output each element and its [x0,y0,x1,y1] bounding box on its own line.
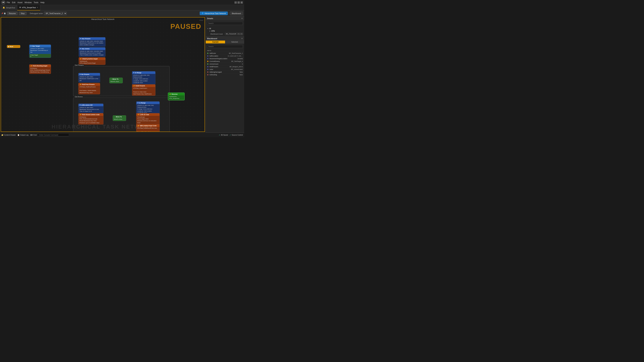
recurse-node[interactable]: ⚡ Recurse SubNetwork: HTN_SimpleTest [168,92,185,100]
htn-group-content: Blackboard Asset BB_CharacterB ✎ ✕ [209,32,243,35]
find-ammo-crate-header: ⚡ Find closest ammo crate [78,113,103,116]
find-shooting-node[interactable]: ⚡ Find shooting target EOSQuery: EOS_Fin… [29,64,51,74]
menu-help[interactable]: Help [40,1,44,4]
bb-key-name: CurrentEnemy [210,60,231,62]
bb-key-name: SelfActor [210,52,229,54]
ai-collapse-icon[interactable]: ▼ [207,28,209,29]
bb-key-name: IsShooting [210,74,240,76]
find-shooting-header: ⚡ Find shooting target [29,64,51,67]
move-to-fa-header: → Move To [110,78,122,80]
has-ammo-node[interactable]: ✦ Has Ammo (checks on: plan enter, execu… [79,47,106,57]
content-drawer-icon: 📁 [1,134,3,136]
menu-file[interactable]: File [7,1,10,4]
details-panel-header: Details ✕ [206,16,244,20]
details-content: ▼ AI ▼ HTN Blackboard Asset BB_Ch [206,26,244,36]
has-target-header: ✦ Has Target [29,45,51,47]
bb-keys-header: KEYS [206,49,244,52]
get-ammo-label: Get Ammo [74,96,83,98]
minimize-button[interactable]: — [234,1,237,4]
bb-key-value: BP_TestTarget_4 [231,60,243,62]
htn-collapse-icon[interactable]: ▼ [209,30,211,32]
source-control-button[interactable]: ✔ Source Control [230,134,243,136]
move-to-ammo-node[interactable]: → Move To MoveTo: Actor [113,115,126,121]
details-search-input[interactable] [207,22,243,25]
bb-key-dot [207,55,208,57]
bb-key-dot [207,63,208,65]
cmd-button[interactable]: ⌨ Cmd [30,134,37,136]
grab-firearm-node[interactable]: ⚡ Grab Firearm HTNTask_GrabFirearm: Fire… [132,84,156,96]
find-free-firearm-node[interactable]: ⚡ Find Free Firearm HTNTask_FindFreeFire… [78,83,100,94]
bb-key-value: BP_Weapon_M4A3 [230,66,243,67]
has-target-node[interactable]: ✦ Has Target (checks on: plan enter) Bla… [29,44,51,58]
bb-key-value: X=-1023.143 Y=-632.473 Z=262.366 [228,55,243,57]
save-icon: ✔ [219,134,220,136]
in-range-ammo-body: (checks on: plan enter, tick) DistanceCh… [136,104,160,114]
content-drawer-button[interactable]: 📁 Content Drawer [1,134,16,136]
grab-firearm-header: ⚡ Grab Firearm [132,84,155,87]
little-ammo-node[interactable]: ✦ Little ammo left (checks on: plan ente… [78,104,104,113]
attack-practice-header: ⚡ Attack practice target [79,57,105,60]
tab-htn-simple-test[interactable]: ⚙ HTN_SimpleTest ✕ [17,5,40,10]
bb-key-dot [207,74,208,75]
htn-tab-button[interactable]: 🔷 Hierarchical Task Network [200,11,228,15]
menu-asset[interactable]: Asset [18,1,22,4]
output-log-button[interactable]: 📋 Output Log [18,134,28,136]
canvas-area[interactable]: PAUSED Hierarchical Task Network [1,17,205,132]
recurse-body: SubNetwork: HTN_SimpleTest [168,95,184,100]
menu-edit[interactable]: Edit [12,1,16,4]
resume-button[interactable]: Resume [7,12,18,15]
bb-asset-control: BB_CharacterB ✎ ✕ [225,33,243,35]
no-firearm-node[interactable]: ✦ No Firearm (checks on: plan enter) Bla… [78,73,100,82]
bb-tab-label: Blackboard [232,12,241,14]
console-input[interactable] [38,134,68,136]
blackboard-tab-button[interactable]: Blackboard [230,11,243,15]
bb-asset-clear-button[interactable]: ✕ [240,33,243,35]
bottom-bar: 📁 Content Drawer 📋 Output Log ⌨ Cmd ✔ Al… [0,133,244,137]
tab-close-button[interactable]: ✕ [37,6,38,8]
window-controls[interactable]: — □ ✕ [234,1,243,4]
find-free-firearm-header: ⚡ Find Free Firearm [78,83,100,86]
stop-button[interactable]: Stop [19,12,26,15]
bb-key-row: AmmoCount 0 [206,63,244,65]
blackboard-close-button[interactable]: ✕ [241,37,243,40]
details-close-button[interactable]: ✕ [241,17,243,19]
attack-practice-node[interactable]: ⚡ Attack practice target SubNetwork: HTN… [79,57,106,65]
grab-firearm-body: HTNTask_GrabFirearm: Firearm to Grab: Ac… [132,87,155,95]
menu-window[interactable]: Window [24,1,32,4]
main-area: PAUSED Hierarchical Task Network [0,16,244,133]
has-firearm-node[interactable]: ✦ Has Firearm (checks on: plan enter, ex… [79,37,106,47]
blackboard-panel: Blackboard ✕ Current Selected KEYS SelfA… [206,36,244,133]
bb-asset-label: Blackboard Asset [210,33,223,35]
bb-selected-tab[interactable]: Selected [225,40,244,43]
bb-key-dot [207,69,208,70]
bb-key-name: IsBeingDamaged [210,71,240,73]
title-bar: UE File Edit Asset Window Tools Help — □… [0,0,244,5]
bb-key-row: IsShooting false [206,73,244,76]
in-range-firearm-node[interactable]: ✦ In Range (checks on: plan enter, tick)… [132,71,156,84]
has-ammo-body: (checks on: plan enter, execution start)… [79,50,105,57]
zoom-label: Zoom [200,19,203,21]
menu-bar[interactable]: File Edit Asset Window Tools Help [7,1,44,4]
debug-actor-select[interactable]: BP_TestCharacter_2 [44,12,67,15]
in-range-fa-body: (checks on: plan enter, tick) DistanceCh… [132,74,155,84]
tab-simple-test[interactable]: 🔔 SimpleTest [1,5,17,10]
bb-key-value: 0 [242,63,243,65]
bb-key-row: IsBeingDamaged false [206,71,244,73]
bb-current-tab[interactable]: Current [206,40,225,43]
menu-tools[interactable]: Tools [34,1,38,4]
has-ammo-icon: ✦ [80,48,81,50]
in-range-ammo-node[interactable]: ✦ In Range (checks on: plan enter, tick)… [136,101,160,115]
bb-keys-list: SelfActor BP_TestCharacter_2 SelfLocatio… [206,52,244,76]
bb-asset-edit-button[interactable]: ✎ [238,33,240,35]
attack-practice-body: SubNetwork: HTN_AttackPracticeTarget [79,60,105,65]
cmd-icon: ⌨ [30,134,32,136]
has-firearm-icon: ✦ [80,38,81,39]
find-ammo-crate-node[interactable]: ⚡ Find closest ammo crate EOSQuery: EOS_… [78,113,104,124]
bb-key-value: BP_AmmoCrate2 [231,68,243,70]
maximize-button[interactable]: □ [238,1,240,4]
close-button[interactable]: ✕ [240,1,243,4]
no-firearm-body: (checks on: plan enter) Blackboard: Held… [78,76,100,82]
bb-search-input[interactable] [207,45,243,48]
move-to-firearm-node[interactable]: → Move To MoveTo: Actor [109,78,123,83]
root-node[interactable]: ▶ Root [7,45,20,48]
